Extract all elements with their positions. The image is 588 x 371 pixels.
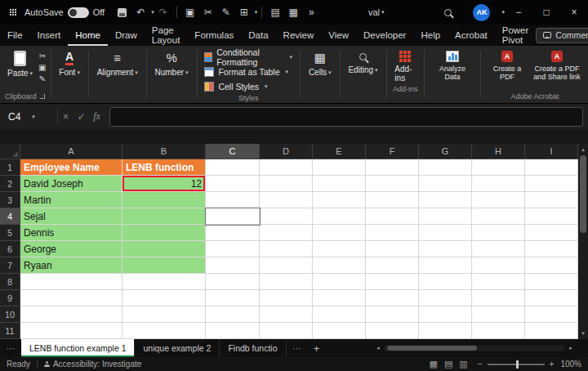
cell-G3[interactable] <box>419 192 472 208</box>
page-break-view-icon[interactable]: ▥ <box>459 359 467 369</box>
new-sheet-button[interactable]: + <box>308 339 326 357</box>
row-header-7[interactable]: 7 <box>0 257 20 274</box>
cell-I2[interactable] <box>525 176 578 192</box>
cell-B5[interactable] <box>122 225 206 241</box>
ribbon-tab-developer[interactable]: Developer <box>356 25 413 46</box>
cell-A7[interactable]: Ryaan <box>20 257 122 274</box>
row-header-6[interactable]: 6 <box>0 241 20 257</box>
cell-C7[interactable] <box>206 257 260 274</box>
cell-H6[interactable] <box>472 241 525 257</box>
cell-D3[interactable] <box>260 192 313 208</box>
column-header-H[interactable]: H <box>472 144 525 159</box>
cell-I6[interactable] <box>525 241 578 257</box>
horizontal-scroll-thumb[interactable] <box>387 346 477 351</box>
cell-A1[interactable]: Employee Name <box>20 159 122 176</box>
cell-D7[interactable] <box>260 257 313 274</box>
cell-H10[interactable] <box>472 306 525 323</box>
column-header-E[interactable]: E <box>313 144 366 159</box>
row-header-9[interactable]: 9 <box>0 290 20 306</box>
row-header-8[interactable]: 8 <box>0 274 20 290</box>
format-as-table-button[interactable]: Format as Table ▾ <box>201 65 296 78</box>
cell-I7[interactable] <box>525 257 578 274</box>
create-pdf-share-button[interactable]: A Create a PDF and Share link <box>529 49 585 83</box>
ribbon-tab-draw[interactable]: Draw <box>108 25 145 46</box>
cancel-icon[interactable]: × <box>58 111 74 123</box>
cell-F4[interactable] <box>366 208 419 225</box>
ribbon-tab-data[interactable]: Data <box>241 25 275 46</box>
borders-icon[interactable]: ⊞ <box>235 7 253 18</box>
close-button[interactable]: × <box>560 0 588 25</box>
page-layout-view-icon[interactable]: ▤ <box>444 359 452 369</box>
paste-button[interactable]: Paste▾ <box>3 49 37 79</box>
cell-C8[interactable] <box>206 274 260 290</box>
ribbon-tab-help[interactable]: Help <box>413 25 448 46</box>
row-header-11[interactable]: 11 <box>0 323 20 339</box>
cell-B11[interactable] <box>122 323 206 339</box>
cell-A8[interactable] <box>20 274 122 290</box>
ribbon-tab-insert[interactable]: Insert <box>30 25 69 46</box>
app-waffle-icon[interactable] <box>10 9 16 16</box>
sheet-tab-findb-functio[interactable]: Findb functio <box>220 339 286 357</box>
cell-F7[interactable] <box>366 257 419 274</box>
row-header-4[interactable]: 4 <box>0 208 20 225</box>
copy-icon[interactable]: ▣ <box>181 7 199 18</box>
cell-D10[interactable] <box>260 306 313 323</box>
cell-G1[interactable] <box>419 159 472 176</box>
vertical-scroll-thumb[interactable] <box>580 155 586 233</box>
search-icon[interactable] <box>444 9 452 16</box>
ribbon-tab-power-pivot[interactable]: Power Pivot <box>495 25 537 46</box>
cell-E2[interactable] <box>313 176 366 192</box>
cell-A9[interactable] <box>20 290 122 306</box>
cell-I1[interactable] <box>525 159 578 176</box>
column-header-D[interactable]: D <box>260 144 313 159</box>
cell-styles-button[interactable]: Cell Styles ▾ <box>201 80 296 93</box>
cell-I8[interactable] <box>525 274 578 290</box>
cell-B7[interactable] <box>122 257 206 274</box>
cell-G7[interactable] <box>419 257 472 274</box>
cell-F3[interactable] <box>366 192 419 208</box>
cell-F8[interactable] <box>366 274 419 290</box>
number-dropdown-button[interactable]: % Number▾ <box>151 49 193 78</box>
analyze-data-button[interactable]: Analyze Data <box>429 49 476 83</box>
cell-E8[interactable] <box>313 274 366 290</box>
vertical-scrollbar[interactable]: ▴ ▾ <box>578 144 588 339</box>
cell-H7[interactable] <box>472 257 525 274</box>
autosave-toggle[interactable] <box>68 7 89 18</box>
ribbon-tab-home[interactable]: Home <box>68 25 108 46</box>
grid-icon[interactable]: ▦ <box>284 7 302 18</box>
create-pdf-button[interactable]: A Create a PDF <box>485 49 529 83</box>
cut-icon[interactable]: ✂ <box>199 7 217 18</box>
cell-B10[interactable] <box>122 306 206 323</box>
scroll-down-icon[interactable]: ▾ <box>581 328 585 339</box>
cell-A4[interactable]: Sejal <box>20 208 122 225</box>
column-header-A[interactable]: A <box>20 144 122 159</box>
ribbon-tab-acrobat[interactable]: Acrobat <box>448 25 495 46</box>
zoom-in-icon[interactable]: + <box>550 360 555 369</box>
cell-B3[interactable] <box>122 192 206 208</box>
cell-C5[interactable] <box>206 225 260 241</box>
addins-button[interactable]: Add-ins <box>390 49 420 84</box>
search-box[interactable]: val ▾ <box>368 7 385 17</box>
cell-B6[interactable] <box>122 241 206 257</box>
redo-icon[interactable]: ↷ <box>154 7 172 18</box>
cell-F9[interactable] <box>366 290 419 306</box>
select-all-corner[interactable] <box>0 144 20 159</box>
cell-C4[interactable] <box>206 208 260 225</box>
cell-D8[interactable] <box>260 274 313 290</box>
editing-dropdown-button[interactable]: Editing▾ <box>344 49 381 76</box>
scroll-left-icon[interactable]: ◂ <box>372 345 384 351</box>
cell-D9[interactable] <box>260 290 313 306</box>
cell-I11[interactable] <box>525 323 578 339</box>
cell-I10[interactable] <box>525 306 578 323</box>
cell-A3[interactable]: Martin <box>20 192 122 208</box>
cell-E4[interactable] <box>313 208 366 225</box>
column-header-I[interactable]: I <box>525 144 578 159</box>
format-painter-icon[interactable]: ✎ <box>38 74 46 83</box>
sheet-nav-ellipsis[interactable]: ⋯ <box>0 339 21 357</box>
cell-F6[interactable] <box>366 241 419 257</box>
insert-function-icon[interactable]: fx <box>89 110 105 123</box>
cell-H8[interactable] <box>472 274 525 290</box>
cell-G4[interactable] <box>419 208 472 225</box>
row-header-3[interactable]: 3 <box>0 192 20 208</box>
cut-icon[interactable]: ✂ <box>38 51 46 60</box>
